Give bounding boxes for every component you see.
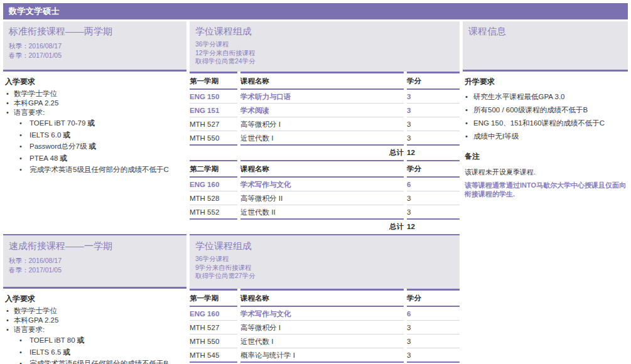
semester-header: 第一学期 — [190, 72, 237, 90]
list-item: 数学学士学位 — [3, 306, 186, 316]
course-code: MTH 545 — [190, 348, 237, 363]
course-name: 学术阅读 — [240, 104, 404, 117]
list-item: TOEFL iBT 80 或 — [3, 335, 186, 346]
composition-details: 36学分课程 12学分来自衔接课程 取得学位尚需24学分 — [195, 40, 454, 66]
requirement-text: PTEA 48 — [30, 154, 60, 162]
course-code: MTH 528 — [190, 191, 237, 205]
table-header-row: 第一学期 课程名称 学分 — [190, 72, 460, 90]
pathway-title: 标准衔接课程——两学期 — [9, 26, 181, 37]
list-item: 完成学术英语5级且任何部分的成绩不低于C — [3, 164, 186, 176]
requirement-text: Password总分7级 — [30, 142, 89, 150]
course-name: 学术写作与文化 — [240, 307, 404, 321]
table-header-row: 第二学期 课程名称 学分 — [190, 160, 460, 178]
list-item: 研究生水平课程最低GPA 3.0 — [463, 90, 628, 104]
course-code: MTH 550 — [190, 131, 237, 146]
table-row: MTH 527高等微积分 I3 — [190, 117, 460, 131]
total-credits: 12 — [407, 146, 460, 160]
table-row: MTH 545概率论与统计学 I3 — [190, 348, 460, 363]
progression-title: 升学要求 — [465, 77, 628, 87]
empty-cell — [190, 220, 237, 234]
table-row: ENG 160学术写作与文化6 — [190, 307, 460, 321]
requirement-text: 本科GPA 2.25 — [14, 99, 58, 107]
course-name: 近世代数 I — [240, 131, 404, 146]
table-row: MTH 552近世代数 II3 — [190, 205, 460, 220]
list-item: 成绩中无I等级 — [463, 130, 628, 143]
course-code: ENG 160 — [190, 178, 237, 191]
credits-header: 学分 — [407, 160, 460, 178]
total-row: 总计12 — [190, 146, 460, 160]
composition-header-box: 学位课程组成 36学分课程 9学分来自衔接课程 取得学位尚需27学分 — [190, 234, 460, 289]
course-name-header: 课程名称 — [240, 289, 404, 307]
empty-column — [463, 234, 628, 364]
entry-requirements-title: 入学要求 — [5, 294, 186, 304]
note-highlighted: 该等课程通常通过INTO马歇尔大学中心授课且仅面向衔接课程的学生. — [465, 181, 628, 198]
credits-header: 学分 — [407, 289, 460, 307]
requirement-text: 语言要求: — [14, 326, 45, 333]
brochure-page: 数学文学硕士 标准衔接课程——两学期 秋季：2016/08/17 春季：2017… — [0, 0, 631, 364]
course-name: 高等微积分 II — [240, 191, 404, 205]
entry-requirements-list: 数学学士学位 本科GPA 2.25 语言要求: — [3, 89, 186, 117]
course-name-header: 课程名称 — [240, 160, 404, 178]
list-item: ENG 150、151和160课程的成绩不低于C — [463, 117, 628, 130]
requirement-text: 数学学士学位 — [14, 90, 57, 97]
table-row: ENG 151学术阅读3 — [190, 104, 460, 117]
requirement-text: IELTS 6.5 — [30, 348, 63, 356]
course-name: 学术听力与口语 — [240, 90, 404, 104]
list-item: 本科GPA 2.25 — [3, 316, 186, 325]
course-credits: 3 — [407, 131, 460, 146]
progression-text: 所有500 / 600级课程的成绩不低于B — [473, 106, 588, 114]
total-row: 总计12 — [190, 220, 460, 234]
list-item: 本科GPA 2.25 — [3, 99, 186, 108]
requirement-text: TOEFL iBT 70-79 — [30, 119, 87, 127]
composition-line: 12学分来自衔接课程 — [195, 49, 454, 58]
table-row: ENG 150学术听力与口语3 — [190, 90, 460, 104]
degree-plan-column: 学位课程组成 36学分课程 12学分来自衔接课程 取得学位尚需24学分 第一学期… — [190, 21, 460, 234]
course-name-header: 课程名称 — [240, 72, 404, 90]
or-connector: 或 — [60, 154, 68, 162]
total-credits: 12 — [407, 220, 460, 234]
requirement-text: 语言要求: — [14, 109, 45, 116]
pathway-header-box: 标准衔接课程——两学期 秋季：2016/08/17 春季：2017/01/05 — [3, 21, 186, 72]
course-name: 概率论与统计学 I — [240, 348, 404, 363]
composition-line: 取得学位尚需24学分 — [195, 57, 454, 66]
accelerated-pathway-section: 速成衔接课程——一学期 秋季：2016/08/17 春季：2017/01/05 … — [3, 234, 628, 364]
requirement-text: 数学学士学位 — [14, 307, 57, 314]
list-item: IELTS 6.5 或 — [3, 346, 186, 358]
course-code: MTH 527 — [190, 321, 237, 335]
semester1-table: 第一学期 课程名称 学分 ENG 160学术写作与文化6 MTH 527高等微积… — [186, 289, 463, 364]
credits-header: 学分 — [407, 72, 460, 90]
composition-line: 36学分课程 — [195, 255, 454, 264]
notes-title: 备注 — [465, 151, 628, 162]
composition-title: 学位课程组成 — [195, 240, 454, 252]
composition-line: 取得学位尚需27学分 — [195, 272, 454, 281]
requirement-text: TOEFL iBT 80 — [30, 336, 77, 344]
fall-intake-date: 秋季：2016/08/17 — [9, 256, 181, 265]
entry-requirements-title: 入学要求 — [5, 77, 186, 87]
course-info-column: 课程信息 升学要求 研究生水平课程最低GPA 3.0 所有500 / 600级课… — [463, 21, 628, 234]
course-code: ENG 160 — [190, 307, 237, 321]
list-item: 语言要求: — [3, 108, 186, 117]
table-header-row: 第一学期 课程名称 学分 — [190, 289, 460, 307]
requirement-text: 完成学术英语6级且任何部分的成绩不低于B — [30, 360, 168, 364]
program-title: 数学文学硕士 — [9, 6, 60, 17]
language-options-list: TOEFL iBT 70-79 或 IELTS 6.0 或 Password总分… — [3, 117, 186, 176]
course-name: 高等微积分 I — [240, 321, 404, 335]
entry-requirements: 入学要求 数学学士学位 本科GPA 2.25 语言要求: TOEFL iBT 8… — [3, 294, 186, 364]
intake-dates: 秋季：2016/08/17 春季：2017/01/05 — [9, 41, 181, 60]
degree-plan-column: 学位课程组成 36学分课程 9学分来自衔接课程 取得学位尚需27学分 第一学期 … — [190, 234, 460, 364]
course-credits: 3 — [407, 191, 460, 205]
list-item: Password总分7级 或 — [3, 141, 186, 153]
progression-text: ENG 150、151和160课程的成绩不低于C — [473, 119, 605, 127]
course-name: 学术写作与文化 — [240, 178, 404, 191]
pathway-column: 速成衔接课程——一学期 秋季：2016/08/17 春季：2017/01/05 … — [3, 234, 186, 364]
semester-header: 第二学期 — [190, 160, 237, 178]
table-row: MTH 528高等微积分 II3 — [190, 191, 460, 205]
course-code: MTH 527 — [190, 117, 237, 131]
semester2-table: 第二学期 课程名称 学分 ENG 160学术写作与文化6 MTH 528高等微积… — [186, 160, 463, 234]
list-item: 完成学术英语6级且任何部分的成绩不低于B — [3, 358, 186, 364]
course-code: ENG 151 — [190, 104, 237, 117]
table-row: MTH 527高等微积分 I3 — [190, 321, 460, 335]
composition-title: 学位课程组成 — [195, 26, 454, 37]
course-info-title: 课程信息 — [468, 26, 622, 37]
or-connector: 或 — [63, 131, 70, 139]
